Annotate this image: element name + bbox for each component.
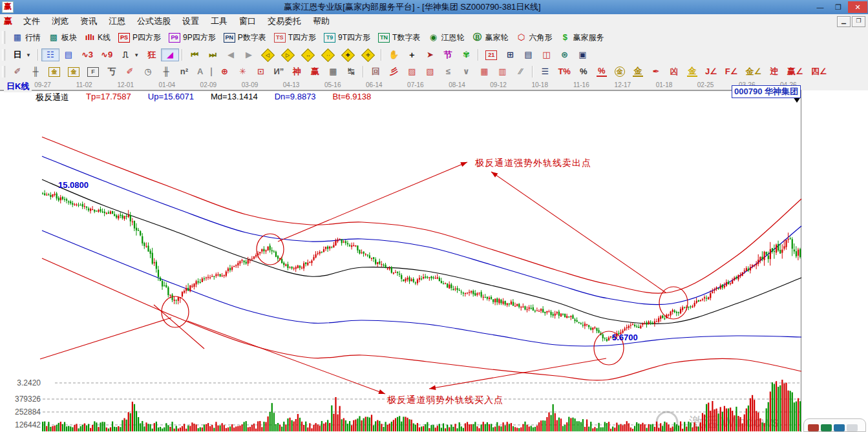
spiral-button[interactable]: 丂 <box>103 65 121 78</box>
gold-circle-button[interactable]: 金 <box>611 65 629 78</box>
t-percent-button[interactable]: T% <box>554 65 575 78</box>
hexagon-button[interactable]: ⬡六角形 <box>512 31 556 45</box>
colorful-chart-button[interactable]: ◢ <box>161 48 179 61</box>
si-angle-button[interactable]: 四∠ <box>807 65 831 78</box>
starburst-button[interactable]: ✳ <box>233 65 251 78</box>
menu-item-浏览[interactable]: 浏览 <box>46 14 74 28</box>
stock-badge[interactable]: 000790 华神集团 <box>732 85 801 98</box>
pointer-tool-button[interactable]: ➤ <box>421 48 439 61</box>
menu-item-文件[interactable]: 文件 <box>17 14 46 28</box>
price-pen-button[interactable]: ✐ <box>121 65 139 78</box>
save-button[interactable]: ◫ <box>537 48 555 61</box>
p-digit-button[interactable]: PNP数字表 <box>220 31 270 45</box>
menu-item-设置[interactable]: 设置 <box>176 14 205 28</box>
shade-box-1-button[interactable]: ▨ <box>403 65 421 78</box>
restore-button[interactable]: ❐ <box>830 1 847 13</box>
n-mark-button[interactable]: И” <box>270 65 288 78</box>
mdi-minimize-button[interactable]: ▁ <box>837 16 851 27</box>
t9-square-button[interactable]: T99T四方形 <box>320 31 374 45</box>
ying-button[interactable]: 赢 <box>306 65 324 78</box>
menu-item-资讯[interactable]: 资讯 <box>74 14 103 28</box>
menu-item-工具[interactable]: 工具 <box>205 14 233 28</box>
f-grid-button[interactable]: F <box>83 66 103 78</box>
diamond-expand-button[interactable]: ✚ <box>338 48 358 62</box>
gold-grid-1-button[interactable]: 金 <box>45 66 64 78</box>
hash-lines-button[interactable]: ╫ <box>26 65 45 78</box>
j-angle-button[interactable]: J∠ <box>701 65 721 78</box>
angle-rays-button[interactable]: ≤ <box>439 65 457 78</box>
percent-button[interactable]: % <box>575 65 593 78</box>
compress-pattern-button[interactable]: ☷ <box>41 48 59 61</box>
t-square-button[interactable]: TST四方形 <box>270 31 320 45</box>
hash2-button[interactable]: ╫ <box>157 65 175 78</box>
wave-3-button[interactable]: ∿3 <box>78 48 97 61</box>
dense-grid-button[interactable]: ▦ <box>324 65 342 78</box>
candle-style-dropdown[interactable]: ⎍▼ <box>116 48 143 61</box>
gold-line-button[interactable]: 金 <box>629 65 647 78</box>
lian-angle-button[interactable]: 迚 <box>765 65 783 78</box>
v-lines-button[interactable]: ∨ <box>457 65 475 78</box>
period-tab-label[interactable]: 日K线 <box>4 81 32 92</box>
a-line-button[interactable]: A⎹ <box>193 65 215 78</box>
prev-bar-button[interactable]: ◀ <box>222 48 240 61</box>
target-box-button[interactable]: ⊡ <box>251 65 270 78</box>
p-square-button[interactable]: PSP四方形 <box>114 31 165 45</box>
pattern-brain-button[interactable]: ✾ <box>457 48 475 61</box>
draw-pen-button[interactable]: ✐ <box>8 65 26 78</box>
winner-wheel-button[interactable]: Ⓑ赢家轮 <box>468 31 512 45</box>
jie-tool-button[interactable]: 节 <box>439 48 457 61</box>
wave-9-button[interactable]: ∿9 <box>97 48 116 61</box>
next-bar-button[interactable]: ▶ <box>240 48 258 61</box>
shen-button[interactable]: 神 <box>288 65 306 78</box>
circle-cross-button[interactable]: ⊕ <box>215 65 233 78</box>
chart-area[interactable]: 09-2711-0212-0101-0402-0903-0904-1305-16… <box>0 80 868 432</box>
winner-service-button[interactable]: $赢家服务 <box>556 31 608 45</box>
kline-button[interactable]: ıllıK线 <box>81 31 114 45</box>
rays-button[interactable]: 彡 <box>385 65 403 78</box>
shade-box-2-button[interactable]: ▧ <box>421 65 439 78</box>
slant-lines-button[interactable]: ∕∕ <box>511 65 529 78</box>
hand-tool-button[interactable]: ✋ <box>385 48 403 61</box>
menu-item-江恩[interactable]: 江恩 <box>103 14 131 28</box>
floating-mini-panel[interactable] <box>803 418 866 432</box>
calculator-button[interactable]: ⊞ <box>501 48 519 61</box>
p9-square-button[interactable]: P99P四方形 <box>165 31 220 45</box>
width-arrow-button[interactable]: ↹ <box>342 65 360 78</box>
red-grid-2-button[interactable]: ▥ <box>493 65 511 78</box>
red-grid-1-button[interactable]: ▦ <box>475 65 493 78</box>
calendar-button[interactable]: 21 <box>482 49 501 61</box>
percent-line-button[interactable]: % <box>593 65 611 78</box>
corner-box-button[interactable]: 回 <box>366 65 385 78</box>
clock-button[interactable]: ◷ <box>139 65 157 78</box>
diamond-right-button[interactable]: ▷ <box>278 48 298 62</box>
last-bar-button[interactable]: ⏭ <box>204 48 222 61</box>
menu-item-窗口[interactable]: 窗口 <box>233 14 262 28</box>
quotes-button[interactable]: ▦行情 <box>8 31 45 45</box>
menu-item-帮助[interactable]: 帮助 <box>307 14 335 28</box>
matrix-button[interactable]: ☰ <box>536 65 554 78</box>
diamond-hshrink-button[interactable]: ↔ <box>298 48 318 62</box>
menu-item-公式选股[interactable]: 公式选股 <box>131 14 176 28</box>
gold-under-button[interactable]: 金 <box>683 65 701 78</box>
gann-wheel-button[interactable]: ◉江恩轮 <box>424 31 468 45</box>
diamond-shrink-button[interactable]: ✛ <box>358 48 378 62</box>
sectors-button[interactable]: ▩板块 <box>45 31 81 45</box>
remote-pc-button[interactable]: ▣ <box>573 48 591 61</box>
mdi-restore-button[interactable]: ❐ <box>852 16 865 27</box>
gold-grid-2-button[interactable]: 金 <box>64 66 83 78</box>
ying-angle-button[interactable]: 赢∠ <box>783 65 807 78</box>
menu-item-交易委托[interactable]: 交易委托 <box>262 14 307 28</box>
diamond-hexpand-button[interactable]: ⇔ <box>318 48 338 62</box>
f-angle-button[interactable]: F∠ <box>721 65 742 78</box>
diamond-left-button[interactable]: ◁ <box>258 48 278 62</box>
crosshair-tool-button[interactable]: ＋ <box>403 48 421 61</box>
info-document-button[interactable]: ▤ <box>59 48 78 61</box>
minimize-button[interactable]: — <box>812 1 829 13</box>
notes-button[interactable]: ▤ <box>519 48 537 61</box>
kline-chart-canvas[interactable]: 激活 Windows <box>0 80 868 432</box>
period-daily-dropdown[interactable]: 日▼ <box>8 48 35 61</box>
red-seal-button[interactable]: 狂 <box>143 48 161 61</box>
gold-angle-button[interactable]: 金∠ <box>741 65 765 78</box>
xiong-button[interactable]: 凶 <box>665 65 683 78</box>
ink-brush-button[interactable]: ✒ <box>647 65 665 78</box>
